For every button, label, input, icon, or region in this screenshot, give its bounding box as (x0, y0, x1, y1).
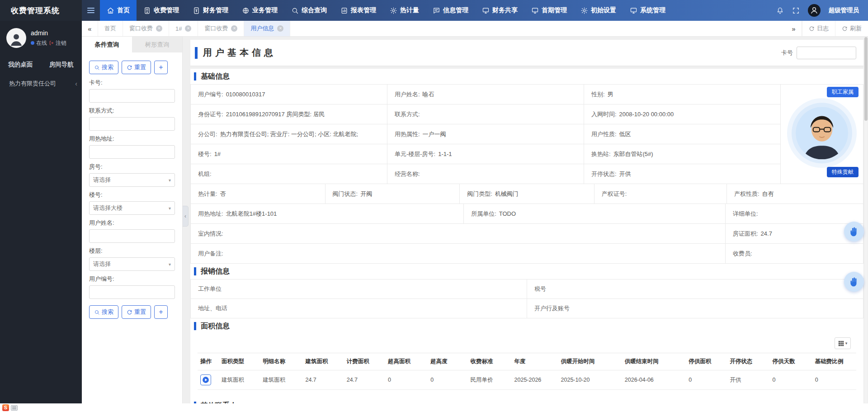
info-cell: 楼号:1# (191, 144, 387, 164)
main-content: 用户基本信息 卡号 基础信息 用户编号:010080010317用户姓名:喻石性… (183, 37, 868, 403)
app-title: 收费管理系统 (0, 0, 82, 21)
info-cell: 开停状态:开供 (584, 164, 781, 184)
field-select-楼号[interactable]: 请选择大楼▾ (89, 201, 175, 215)
table-cell: 0 (385, 370, 428, 390)
info-cell: 性别:男 (584, 85, 781, 104)
sidebar-tab-我的桌面[interactable]: 我的桌面 (0, 61, 41, 69)
nav-item-信息管理[interactable]: 信息管理 (426, 0, 475, 21)
nav-item-报表管理[interactable]: 报表管理 (334, 0, 383, 21)
logout-button[interactable]: 注销 (49, 39, 66, 47)
tab-close-icon[interactable]: × (277, 25, 283, 32)
logout-icon (49, 40, 54, 46)
screen: 收费管理系统 首页收费管理财务管理业务管理综合查询报表管理热计量信息管理财务共享… (0, 0, 868, 412)
log-button[interactable]: 日志 (802, 21, 835, 36)
tabbar-right: » 日志 刷新 (786, 21, 868, 36)
table-cell: 0 (812, 370, 856, 390)
user-block: admin 在线 注销 (0, 21, 82, 54)
table-cell: 2025-2026 (512, 370, 558, 390)
sidebar-tree-item-company[interactable]: 热力有限责任公司 ‹ (0, 73, 82, 88)
fullscreen-icon[interactable] (792, 7, 800, 14)
query-tab-条件查询[interactable]: 条件查询 (82, 37, 132, 52)
nav-item-系统管理[interactable]: 系统管理 (623, 0, 672, 21)
sidebar-avatar[interactable] (6, 28, 26, 48)
bell-icon[interactable] (776, 7, 784, 14)
info-cell: 房证面积:24.7 (726, 224, 863, 244)
info-cell: 室内情况: (191, 224, 726, 244)
info-cell: 开户行及账号 (527, 299, 863, 318)
detail-card: 基础信息 用户编号:010080010317用户姓名:喻石性别:男身份证号:21… (190, 69, 863, 403)
user-avatar-icon[interactable] (808, 4, 821, 17)
field-label: 用户编号: (89, 275, 175, 283)
nav-item-热计量[interactable]: 热计量 (383, 0, 426, 21)
field-input-卡号[interactable] (89, 89, 175, 103)
search-button[interactable]: 搜索 (89, 61, 118, 74)
tabs-scroll-left-button[interactable]: « (82, 21, 98, 36)
tab-用户信息[interactable]: 用户信息× (244, 21, 290, 36)
table-cell: 0 (428, 370, 467, 390)
floating-hand-button-2[interactable] (844, 272, 864, 292)
info-cell: 用户编号:010080010317 (191, 85, 387, 104)
tab-窗口收费[interactable]: 窗口收费× (123, 21, 169, 36)
nav-item-收费管理[interactable]: 收费管理 (137, 0, 186, 21)
info-row: 身份证号:210106198912070917 房间类型: 居民联系方式:入网时… (191, 104, 781, 124)
field-input-联系方式[interactable] (89, 117, 175, 131)
area-table-header-row: 操作面积类型明细名称建筑面积计费面积超高面积超高度收费标准年度供暖开始时间供暖结… (198, 353, 856, 370)
nav-item-初始设置[interactable]: 初始设置 (574, 0, 623, 21)
info-cell: 税号 (527, 279, 863, 299)
panel-collapse-handle[interactable]: ‹ (183, 206, 189, 227)
reset-button[interactable]: 重置 (122, 61, 151, 74)
ime-icon[interactable]: S (2, 404, 9, 411)
floating-hand-button-1[interactable] (844, 222, 864, 242)
user-role-label[interactable]: 超级管理员 (829, 6, 859, 14)
main-scrollbar[interactable] (864, 37, 868, 403)
add-condition-button[interactable]: + (154, 61, 168, 74)
play-circle-icon (202, 376, 209, 384)
tab-close-icon[interactable]: × (185, 25, 191, 32)
tab-close-icon[interactable]: × (231, 25, 237, 32)
search-button[interactable]: 搜索 (89, 305, 118, 319)
nav-item-财务共享[interactable]: 财务共享 (475, 0, 524, 21)
caret-down-icon: ▾ (845, 341, 848, 346)
tree-collapse-icon[interactable]: ‹ (75, 80, 77, 87)
nav-item-综合查询[interactable]: 综合查询 (284, 0, 334, 21)
section-header-basic: 基础信息 (190, 69, 863, 84)
tab-label: 窗口收费 (129, 24, 153, 33)
column-settings-button[interactable]: ▾ (835, 337, 851, 349)
query-form: 卡号:联系方式:用热地址:房号:请选择▾楼号:请选择大楼▾用户姓名:楼层:请选择… (89, 79, 175, 299)
nav-item-业务管理[interactable]: 业务管理 (235, 0, 284, 21)
sidebar-username: admin (31, 29, 66, 37)
business-icon (242, 7, 250, 14)
reset-button[interactable]: 重置 (122, 305, 151, 319)
hand-icon (848, 276, 860, 288)
gear-icon (580, 7, 588, 14)
row-expand-button[interactable] (200, 374, 211, 385)
field-select-房号[interactable]: 请选择▾ (89, 173, 175, 187)
add-condition-button[interactable]: + (154, 305, 168, 319)
tab-窗口收费[interactable]: 窗口收费× (198, 21, 244, 36)
nav-item-首期管理[interactable]: 首期管理 (524, 0, 574, 21)
field-input-用户姓名[interactable] (89, 229, 175, 243)
scrollbar-thumb[interactable] (864, 37, 868, 121)
card-no-input[interactable] (797, 47, 856, 59)
table-cell: 2025-10-20 (558, 370, 622, 390)
tab-1#[interactable]: 1#× (169, 21, 198, 36)
refresh-button[interactable]: 刷新 (835, 21, 868, 36)
sidebar-tab-房间导航[interactable]: 房间导航 (41, 61, 82, 69)
tab-首页[interactable]: 首页 (98, 21, 123, 36)
table-cell: 24.7 (302, 370, 344, 390)
tabs-scroll-right-button[interactable]: » (786, 21, 802, 36)
nav-item-财务管理[interactable]: 财务管理 (186, 0, 235, 21)
nav-item-首页[interactable]: 首页 (100, 0, 137, 21)
field-input-用户编号[interactable] (89, 285, 175, 299)
field-select-楼层[interactable]: 请选择▾ (89, 257, 175, 271)
section-title: 面积信息 (201, 322, 230, 331)
query-tab-树形查询[interactable]: 树形查询 (132, 37, 182, 52)
special-contribution-badge: 特殊贡献 (827, 167, 859, 177)
field-input-用热地址[interactable] (89, 145, 175, 159)
table-cell: 建筑面积 (260, 370, 302, 390)
tab-label: 用户信息 (250, 24, 274, 33)
tab-close-icon[interactable]: × (156, 25, 162, 32)
refresh-icon (809, 26, 815, 32)
keyboard-icon[interactable] (11, 405, 18, 411)
menu-toggle-icon[interactable] (82, 0, 100, 21)
